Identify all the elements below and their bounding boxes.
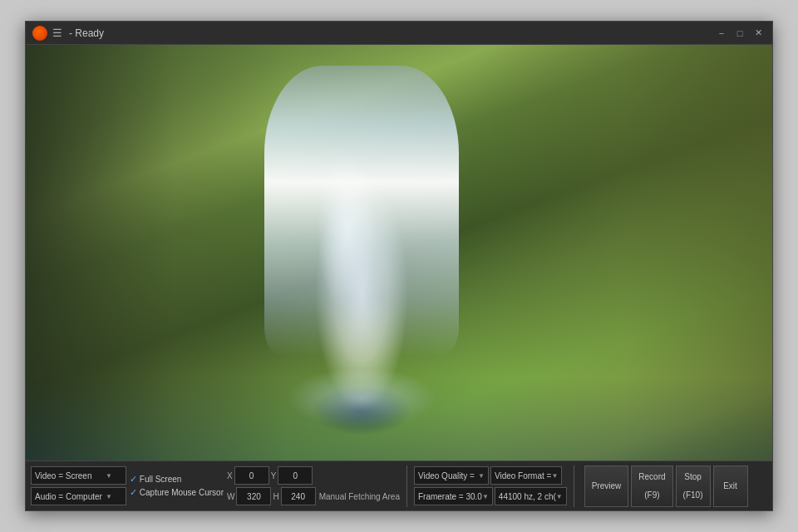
w-label: W [227, 492, 234, 501]
record-shortcut: (F9) [638, 490, 665, 500]
fullscreen-checkbox[interactable]: ✓ Full Screen [130, 474, 182, 485]
stop-button[interactable]: Stop (F10) [676, 466, 711, 507]
quality-row: Video Quality = ▼ Video Format = ▼ [414, 466, 567, 485]
checkbox-group: ✓ Full Screen ✓ Capture Mouse Cursor [130, 474, 224, 498]
video-quality-box[interactable]: Video Quality = ▼ [414, 466, 489, 485]
capture-cursor-check-icon: ✓ [130, 487, 137, 498]
coord-group: X Y W H [227, 466, 316, 505]
audio-info-label: 44100 hz, 2 ch( [499, 492, 556, 501]
window-title: - Ready [69, 27, 714, 39]
audio-source-select[interactable]: Audio = Computer ▼ [31, 487, 126, 505]
x-label: X [227, 471, 233, 480]
divider-1 [406, 466, 407, 507]
toolbar: Video = Screen ▼ Audio = Computer ▼ ✓ Fu… [26, 461, 772, 510]
manual-fetch-label: Manual Fetching Area [319, 492, 400, 501]
stop-label: Stop (F10) [683, 472, 703, 500]
x-coord: X [227, 466, 269, 485]
capture-cursor-row: ✓ Capture Mouse Cursor [130, 487, 224, 498]
preview-label: Preview [592, 481, 622, 490]
minimize-button[interactable]: − [714, 26, 729, 41]
audio-info-box[interactable]: 44100 hz, 2 ch( ▼ [495, 487, 567, 505]
quality-arrow: ▼ [478, 472, 485, 480]
video-source-label: Video = Screen [35, 471, 91, 480]
y-input[interactable] [278, 466, 313, 485]
divider-2 [574, 466, 574, 507]
w-coord: W [227, 487, 271, 505]
framerate-row: Framerate = 30.0 ▼ 44100 hz, 2 ch( ▼ [414, 487, 567, 505]
y-label: Y [271, 471, 277, 480]
wh-coords: W H [227, 487, 316, 505]
capture-cursor-label: Capture Mouse Cursor [140, 488, 224, 497]
audio-source-label: Audio = Computer [35, 492, 102, 501]
video-select-arrow: ▼ [106, 472, 112, 480]
record-text: Record [638, 472, 665, 481]
action-buttons: Preview Record (F9) Stop (F10) Exit [584, 466, 748, 507]
fullscreen-label: Full Screen [140, 475, 182, 484]
video-preview [26, 45, 772, 461]
audio-select-arrow: ▼ [106, 493, 112, 500]
video-source-select[interactable]: Video = Screen ▼ [31, 466, 126, 485]
y-coord: Y [271, 466, 313, 485]
w-input[interactable] [236, 487, 271, 505]
video-format-box[interactable]: Video Format = ▼ [490, 466, 562, 485]
xy-coords: X Y [227, 466, 316, 485]
exit-label: Exit [723, 481, 737, 490]
h-label: H [273, 492, 278, 501]
exit-button[interactable]: Exit [713, 466, 748, 507]
source-selects: Video = Screen ▼ Audio = Computer ▼ [31, 466, 126, 505]
stop-shortcut: (F10) [683, 490, 703, 500]
maximize-button[interactable]: □ [732, 26, 747, 41]
main-window: ☰ - Ready − □ ✕ Video = Screen ▼ Audio =… [25, 21, 773, 511]
video-format-label: Video Format = [495, 471, 551, 480]
menu-icon[interactable]: ☰ [52, 27, 62, 39]
h-coord: H [273, 487, 315, 505]
framerate-arrow: ▼ [482, 493, 489, 500]
video-content [26, 45, 772, 461]
format-arrow: ▼ [551, 472, 558, 480]
close-button[interactable]: ✕ [751, 26, 766, 41]
stop-text: Stop [683, 472, 703, 481]
preview-button[interactable]: Preview [584, 466, 629, 507]
h-input[interactable] [281, 487, 316, 505]
app-logo [32, 26, 47, 41]
x-input[interactable] [234, 466, 269, 485]
framerate-label: Framerate = 30.0 [418, 492, 482, 501]
audio-arrow: ▼ [556, 493, 563, 500]
record-button[interactable]: Record (F9) [631, 466, 672, 507]
titlebar: ☰ - Ready − □ ✕ [26, 22, 772, 45]
capture-cursor-checkbox[interactable]: ✓ Capture Mouse Cursor [130, 487, 224, 498]
video-quality-label: Video Quality = [418, 471, 475, 480]
framerate-box[interactable]: Framerate = 30.0 ▼ [414, 487, 493, 505]
fullscreen-row: ✓ Full Screen [130, 474, 224, 485]
record-label: Record (F9) [638, 472, 665, 500]
window-controls: − □ ✕ [714, 26, 766, 41]
format-group: Video Quality = ▼ Video Format = ▼ Frame… [414, 466, 567, 505]
manual-fetch-group: Manual Fetching Area [319, 471, 400, 501]
fullscreen-check-icon: ✓ [130, 474, 137, 485]
